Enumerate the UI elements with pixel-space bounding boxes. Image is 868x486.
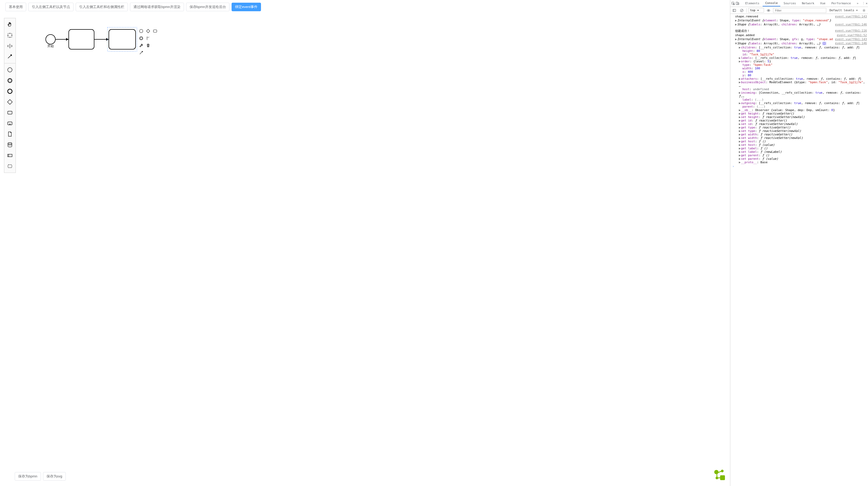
participant-icon[interactable]	[5, 151, 15, 160]
log-object-expanded[interactable]: ▼Shape {labels: Array(0), children: Arra…	[731, 41, 833, 46]
log-object[interactable]: ▶InternalEvent {element: Shape, gfx: g, …	[731, 37, 833, 41]
wrench-icon[interactable]	[139, 43, 144, 49]
prop-row[interactable]: height: 80	[731, 49, 867, 53]
prop-row[interactable]: ▶order: {level: 5}	[731, 60, 867, 63]
source-link[interactable]: event.vue?f6b1:116	[835, 29, 867, 32]
more-tabs-icon[interactable]: »	[854, 1, 861, 6]
intermediate-event-icon[interactable]	[5, 76, 15, 85]
network-load-button[interactable]: 通过网络请求获取bpmn并渲染	[130, 3, 184, 11]
annotation-icon[interactable]	[146, 36, 151, 41]
console-settings-icon[interactable]	[861, 7, 867, 13]
devtools-menu-icon[interactable]: ⋮	[862, 1, 865, 6]
prop-row[interactable]: x: 400	[731, 70, 867, 74]
save-svg-button[interactable]: 保存为svg	[43, 472, 66, 481]
space-tool-icon[interactable]	[5, 41, 15, 51]
sources-tab[interactable]: Sources	[781, 1, 799, 6]
sidebar-toggle-icon[interactable]	[731, 7, 737, 13]
prop-row[interactable]: ▶set host: ƒ (value)	[731, 143, 867, 147]
top-button-bar: 基本使用 引入左侧工具栏以及节点 引入左侧工具栏和右侧属性栏 通过网络请求获取b…	[0, 0, 730, 14]
append-task-icon[interactable]	[153, 29, 158, 34]
hand-tool-icon[interactable]	[5, 20, 15, 29]
lasso-tool-icon[interactable]	[5, 30, 15, 40]
source-link[interactable]: event.vue?f6b1:52	[837, 33, 867, 37]
prop-row[interactable]: ▶__ob__: Observer {value: Shape, dep: De…	[731, 108, 867, 112]
source-link[interactable]: event.vue?f6b1:146	[835, 41, 867, 45]
prop-row[interactable]: ▶get parent: ƒ ()	[731, 153, 867, 157]
task-2-node[interactable]	[109, 29, 135, 49]
prop-row[interactable]: ▶set width: ƒ reactiveSetter(newVal)	[731, 136, 867, 140]
filter-input[interactable]	[773, 8, 826, 13]
log-object[interactable]: ▶Shape {labels: Array(0), children: Arra…	[731, 23, 833, 26]
source-link[interactable]: event.vue?f6b1:146	[835, 23, 867, 26]
save-bpmn-button[interactable]: 保存为bpmn	[15, 472, 41, 481]
prop-row[interactable]: ▶attachers: [__refs_collection: true, re…	[731, 77, 867, 81]
prop-row[interactable]: ▶set id: ƒ reactiveSetter(newVal)	[731, 122, 867, 126]
prop-row[interactable]: y: 80	[731, 74, 867, 77]
source-link[interactable]: event.vue?f6b1:143	[835, 37, 867, 41]
log-levels-dropdown[interactable]: Default levels ▾	[828, 8, 860, 12]
svg-point-18	[140, 37, 142, 39]
prop-row[interactable]: ▶get height: ƒ reactiveGetter()	[731, 112, 867, 115]
prop-row[interactable]: ▶children: [__refs_collection: true, rem…	[731, 46, 867, 49]
context-pad	[139, 29, 158, 56]
left-right-button[interactable]: 引入左侧工具栏和右侧属性栏	[76, 3, 128, 11]
gateway-icon[interactable]	[5, 97, 15, 107]
end-event-icon[interactable]	[5, 86, 15, 96]
prop-row[interactable]: ▶set type: ƒ reactiveSetter(newVal)	[731, 129, 867, 133]
connect-tool-icon[interactable]	[5, 52, 15, 62]
prop-row[interactable]: ▶get id: ƒ reactiveGetter()	[731, 119, 867, 122]
prop-row[interactable]: ▶labels: [__refs_collection: true, remov…	[731, 56, 867, 60]
log-object[interactable]: ▶InternalEvent {element: Shape, type: "s…	[731, 19, 867, 22]
prop-row[interactable]: ▶set label: ƒ (newLabel)	[731, 150, 867, 153]
diagram-canvas[interactable]: 开始	[16, 14, 730, 486]
context-select[interactable]: top ▾	[748, 8, 764, 12]
prop-row[interactable]: parent: (...)	[731, 105, 867, 108]
prop-row[interactable]: type: "bpmn:Task"	[731, 63, 867, 67]
start-event-node[interactable]	[46, 34, 55, 44]
task-1-node[interactable]	[69, 29, 94, 49]
console-output[interactable]: shape.removedevent.vue?f6b1:143 ▶Interna…	[730, 14, 868, 486]
prop-row[interactable]: ▶businessObject: ModdleElement {$type: "…	[731, 81, 867, 87]
prop-row[interactable]: ▶incoming: [Connection, __refs_collectio…	[731, 91, 867, 98]
prop-row[interactable]: ▶get label: ƒ ()	[731, 147, 867, 150]
device-icon[interactable]	[736, 1, 739, 6]
prop-row[interactable]: ▶__proto__: Base	[731, 161, 867, 164]
prop-row[interactable]: ▶get width: ƒ reactiveGetter()	[731, 133, 867, 136]
task-icon[interactable]	[5, 108, 15, 117]
data-store-icon[interactable]	[5, 140, 15, 150]
prop-row[interactable]: ▶set height: ƒ reactiveSetter(newVal)	[731, 115, 867, 119]
vue-tab[interactable]: Vue	[817, 1, 828, 6]
append-end-event-icon[interactable]	[139, 29, 144, 34]
subprocess-icon[interactable]	[5, 119, 15, 128]
console-prompt[interactable]: ›	[731, 164, 867, 169]
live-expr-icon[interactable]	[766, 7, 772, 13]
prop-row[interactable]: label: (...)	[731, 98, 867, 102]
basic-use-button[interactable]: 基本使用	[5, 3, 26, 11]
network-tab[interactable]: Network	[799, 1, 817, 6]
devtools-close-icon[interactable]: ✕	[866, 1, 867, 6]
save-send-button[interactable]: 保存bpmn并发送给后台	[186, 3, 230, 11]
prop-row[interactable]: ▶get host: ƒ ()	[731, 140, 867, 143]
append-intermediate-icon[interactable]	[139, 36, 144, 41]
clear-console-icon[interactable]	[739, 7, 745, 13]
inspect-icon[interactable]	[731, 1, 735, 6]
group-icon[interactable]	[5, 161, 15, 171]
prop-row[interactable]: ▶outgoing: [__refs_collection: true, rem…	[731, 102, 867, 105]
prop-row[interactable]: host: undefined	[731, 87, 867, 91]
prop-row[interactable]: ▶set parent: ƒ (value)	[731, 157, 867, 161]
append-gateway-icon[interactable]	[146, 29, 151, 34]
svg-line-25	[718, 478, 721, 478]
data-object-icon[interactable]	[5, 129, 15, 139]
elements-tab[interactable]: Elements	[743, 1, 762, 6]
performance-tab[interactable]: Performance	[829, 1, 854, 6]
source-link[interactable]: event.vue?f6b1:143	[835, 15, 867, 18]
prop-row[interactable]: id: "Task_1g21j7e"	[731, 53, 867, 56]
console-tab[interactable]: Console	[763, 0, 780, 6]
connect-icon[interactable]	[139, 50, 144, 56]
left-palette-button[interactable]: 引入左侧工具栏以及节点	[28, 3, 73, 11]
bind-event-button[interactable]: 绑定event事件	[231, 3, 261, 11]
start-event-icon[interactable]	[5, 65, 15, 75]
prop-row[interactable]: width: 100	[731, 67, 867, 70]
prop-row[interactable]: ▶get type: ƒ reactiveGetter()	[731, 126, 867, 129]
delete-icon[interactable]	[146, 43, 151, 49]
